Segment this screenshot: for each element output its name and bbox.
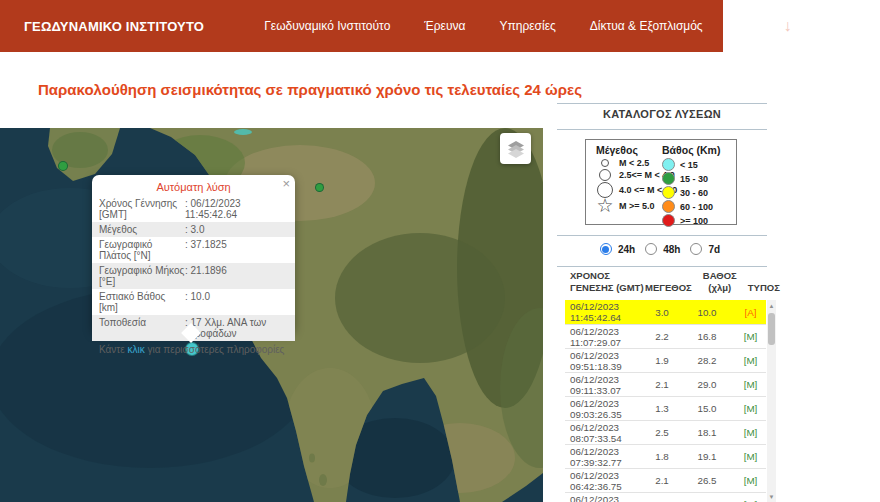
radio-label-7d[interactable]: 7d [708,244,720,255]
cell-type: [A] [735,307,766,318]
popup-footer: Κάντε κλικ για περισσότερες πληροφορίες [92,341,295,358]
popup-row-label: Χρόνος Γέννησης [GMT] [99,198,185,220]
depth-legend-item: 60 - 100 [662,200,720,213]
depth-legend-item: 30 - 60 [662,186,720,199]
depth-legend-label: 15 - 30 [680,174,708,184]
depth-legend-label: >= 100 [680,216,708,226]
cell-time: 06/12/2023 11:45:42.64 [565,301,645,323]
depth-legend-label: 60 - 100 [680,202,713,212]
depth-color-icon [662,214,675,227]
table-row[interactable]: 06/12/2023 06:42:36.752.126.5[M] [565,468,766,492]
table-row[interactable]: 06/12/2023 09:03:26.351.315.0[M] [565,396,766,420]
depth-legend-item: < 15 [662,158,720,171]
page: ΓΕΩΔΥΝΑΜΙΚΟ ΙΝΣΤΙΤΟΥΤΟ Γεωδυναμικό Ινστι… [0,0,880,502]
circle-icon [596,159,614,167]
layers-control-button[interactable] [500,133,531,164]
nav-item-γεωδυναμικό-ινστιτούτο[interactable]: Γεωδυναμικό Ινστιτούτο [264,19,390,33]
cell-type: [M] [735,475,766,486]
cell-magnitude: 1.8 [645,451,679,462]
event-marker-green-inland[interactable] [315,183,324,192]
table-row[interactable]: 06/12/2023 11:07:29.072.216.8[M] [565,324,766,348]
table-row[interactable]: 06/12/2023 06:37:52.461.448.4[M] [565,492,766,502]
popup-row: Μέγεθος: 3.0 [92,222,295,237]
legend-box: Μέγεθος M < 2.52.5<= M < 4.04.0 <= M < 5… [585,139,737,225]
popup-row-value: : 17 Χλμ. ΑΝΑ των Στροφάδων [185,317,288,339]
cell-type: [M] [735,355,766,366]
scroll-down-icon[interactable]: ↓ [784,17,792,35]
popup-row: Χρόνος Γέννησης [GMT]: 06/12/2023 11:45:… [92,196,295,222]
radio-24h[interactable] [600,243,612,255]
cell-depth: 10.0 [679,307,735,318]
popup-row-value: : 10.0 [185,291,288,313]
radio-7d[interactable] [690,243,702,255]
earthquake-popup: × Αυτόματη λύση Χρόνος Γέννησης [GMT]: 0… [92,175,295,333]
cell-magnitude: 2.1 [645,379,679,390]
popup-row-value: : 3.0 [185,224,288,235]
table-row[interactable]: 06/12/2023 09:11:33.072.129.0[M] [565,372,766,396]
scrollbar-up-icon[interactable]: ▲ [767,300,776,311]
cell-time: 06/12/2023 09:11:33.07 [565,374,645,396]
table-scrollbar[interactable]: ▲ ▼ [767,300,776,502]
popup-title: Αυτόματη λύση [92,175,295,196]
cell-magnitude: 2.1 [645,475,679,486]
cell-depth: 15.0 [679,403,735,414]
popup-row-label: Μέγεθος [99,224,185,235]
cell-time: 06/12/2023 11:07:29.07 [565,326,645,348]
magnitude-legend-label: M < 2.5 [619,158,649,168]
cell-magnitude: 2.2 [645,331,679,342]
nav-item-δίκτυα-εξοπλισμός[interactable]: Δίκτυα & Εξοπλισμός [590,19,703,33]
catalog-title: ΚΑΤΑΛΟΓΟΣ ΛΥΣΕΩΝ [557,108,767,120]
table-header-col3: ΒΑΘΟΣ (χλμ) [692,270,748,293]
table-row[interactable]: 06/12/2023 09:51:18.391.928.2[M] [565,348,766,372]
divider [557,266,767,267]
page-title: Παρακολούθηση σεισμικότητας σε πραγματικ… [38,81,582,98]
cell-magnitude: 3.0 [645,307,679,318]
cell-magnitude: 1.3 [645,403,679,414]
radio-label-48h[interactable]: 48h [663,244,680,255]
events-table-header: ΧΡΟΝΟΣ ΓΕΝΕΣΗΣ (GMT)ΜΕΓΕΘΟΣΒΑΘΟΣ (χλμ)ΤΥ… [565,270,766,293]
cell-depth: 29.0 [679,379,735,390]
cell-type: [M] [735,379,766,390]
cell-depth: 26.5 [679,475,735,486]
more-info-link[interactable]: κλικ [128,344,145,355]
table-row[interactable]: 06/12/2023 08:07:33.542.518.1[M] [565,420,766,444]
cell-type: [M] [735,451,766,462]
popup-row-value: : 06/12/2023 11:45:42.64 [185,198,288,220]
radio-48h[interactable] [645,243,657,255]
depth-legend-item: >= 100 [662,214,720,227]
popup-row: Εστιακό Βάθος [km]: 10.0 [92,289,295,315]
top-navbar: ΓΕΩΔΥΝΑΜΙΚΟ ΙΝΣΤΙΤΟΥΤΟ Γεωδυναμικό Ινστι… [0,0,723,52]
depth-color-icon [662,158,675,171]
table-row[interactable]: 06/12/2023 07:39:32.771.819.1[M] [565,444,766,468]
popup-row-label: Γεωγραφικό Μήκος [°E] [99,265,185,287]
popup-row: Γεωγραφικό Μήκος [°E]: 21.1896 [92,263,295,289]
radio-label-24h[interactable]: 24h [618,244,635,255]
seismicity-map[interactable]: × Αυτόματη λύση Χρόνος Γέννησης [GMT]: 0… [0,128,543,502]
nav-item-νέα[interactable]: Νέα [737,19,758,33]
popup-close-icon[interactable]: × [282,177,290,190]
magnitude-legend-label: M >= 5.0 [619,201,655,211]
circle-icon [596,169,614,181]
nav-item-υπηρεσίες[interactable]: Υπηρεσίες [499,19,555,33]
depth-legend: Βάθος (Km) < 1515 - 3030 - 6060 - 100>= … [662,144,720,228]
depth-color-icon [662,200,675,213]
depth-legend-title: Βάθος (Km) [662,144,720,156]
popup-footer-text: Κάντε [99,344,128,355]
table-row[interactable]: 06/12/2023 11:45:42.643.010.0[A] [565,300,766,324]
scrollbar-down-icon[interactable]: ▼ [767,492,776,502]
brand-logo-text[interactable]: ΓΕΩΔΥΝΑΜΙΚΟ ΙΝΣΤΙΤΟΥΤΟ [24,19,204,34]
divider [557,103,767,104]
cell-magnitude: 2.5 [645,427,679,438]
popup-row-value: : 37.1825 [185,239,288,261]
event-marker-green-nw[interactable] [58,161,68,171]
scrollbar-thumb[interactable] [768,313,775,345]
table-header-col1: ΧΡΟΝΟΣ ΓΕΝΕΣΗΣ (GMT) [565,270,645,293]
nav-item-έρευνα[interactable]: Έρευνα [424,19,465,33]
cell-type: [M] [735,331,766,342]
cell-time: 06/12/2023 06:42:36.75 [565,470,645,492]
popup-row: Γεωγραφικό Πλάτος [°N]: 37.1825 [92,237,295,263]
depth-legend-label: < 15 [680,160,698,170]
cell-magnitude: 1.9 [645,355,679,366]
time-range-selector: 24h48h7d [557,243,767,255]
main-nav: Γεωδυναμικό ΙνστιτούτοΈρευναΥπηρεσίεςΔίκ… [264,19,757,33]
